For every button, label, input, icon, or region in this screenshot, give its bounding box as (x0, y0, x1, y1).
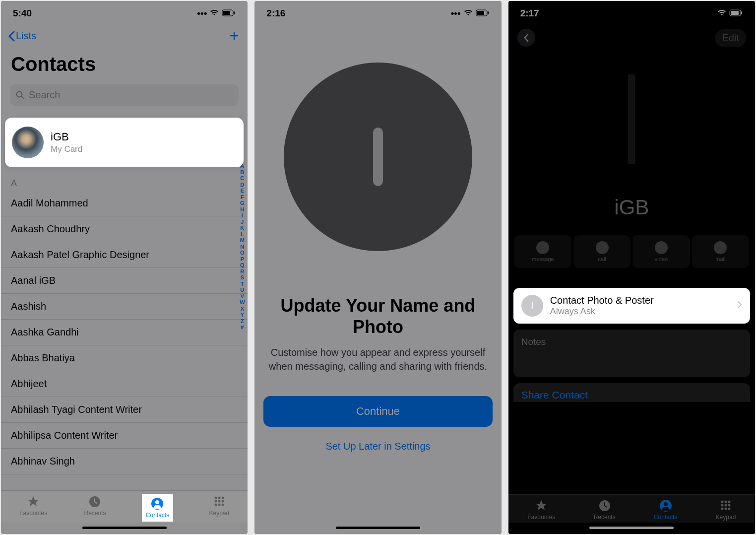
svg-point-10 (221, 497, 224, 499)
nav-header: Lists + (1, 23, 248, 49)
svg-point-29 (721, 504, 723, 507)
tab-contacts[interactable]: Contacts (143, 495, 172, 521)
contact-row[interactable]: Abhijeet (1, 371, 248, 397)
tab-favourites[interactable]: Favourites (527, 499, 555, 521)
video-button[interactable]: video (632, 235, 690, 268)
tab-keypad[interactable]: Keypad (209, 495, 229, 521)
contact-row[interactable]: Abhilash Tyagi Content Writer (1, 397, 248, 423)
mail-button[interactable]: mail (692, 235, 749, 268)
contact-name: iGB (614, 196, 649, 219)
svg-rect-19 (488, 11, 489, 14)
message-icon (536, 241, 549, 254)
add-contact-button[interactable]: + (230, 27, 241, 45)
share-contact-button[interactable]: Share Contact (513, 383, 750, 402)
clock-icon (88, 495, 102, 509)
tab-favourites[interactable]: Favourites (19, 495, 47, 521)
back-label: Lists (16, 30, 36, 42)
svg-point-13 (221, 500, 224, 503)
setup-later-link[interactable]: Set Up Later in Settings (254, 441, 501, 452)
search-icon (16, 91, 25, 100)
svg-point-28 (728, 501, 730, 503)
tab-recents[interactable]: Recents (594, 499, 616, 521)
chevron-left-icon (523, 33, 529, 42)
back-button[interactable]: Lists (8, 30, 36, 42)
contact-photo-poster-row[interactable]: I Contact Photo & Poster Always Ask (513, 288, 750, 324)
wifi-icon (210, 8, 219, 19)
battery-icon (476, 8, 490, 19)
cpp-title: Contact Photo & Poster (550, 295, 654, 306)
contact-detail-screen: 2:17 Edit iGB message call video mail I … (508, 1, 755, 534)
my-card[interactable]: iGB My Card (5, 118, 244, 167)
svg-point-31 (728, 504, 730, 507)
status-bar: 2:16 ••• (254, 1, 501, 23)
phone-icon (596, 241, 609, 254)
contact-row[interactable]: Abbas Bhatiya (1, 345, 248, 371)
person-icon (659, 499, 673, 513)
contacts-list[interactable]: Aadil Mohammed Aakash Choudhry Aakash Pa… (1, 191, 248, 474)
my-card-name: iGB (51, 131, 82, 143)
status-time: 5:40 (13, 8, 32, 19)
status-time: 2:16 (266, 8, 285, 19)
tab-keypad[interactable]: Keypad (716, 499, 736, 521)
page-title: Contacts (1, 49, 248, 79)
status-bar: 2:17 (508, 1, 755, 23)
contact-poster: iGB (508, 53, 755, 231)
contact-row[interactable]: Aashish (1, 294, 248, 320)
svg-point-16 (221, 504, 224, 506)
svg-point-9 (218, 497, 220, 499)
home-indicator[interactable] (82, 527, 167, 529)
chevron-left-icon (8, 31, 15, 42)
chevron-right-icon (737, 301, 742, 311)
svg-point-26 (721, 501, 723, 503)
svg-point-33 (724, 508, 727, 510)
poster-monogram-icon (628, 74, 635, 164)
contact-row[interactable]: Aakash Choudhry (1, 216, 248, 242)
my-card-sub: My Card (51, 144, 82, 154)
contact-row[interactable]: Aashka Gandhi (1, 320, 248, 345)
home-indicator[interactable] (336, 527, 420, 529)
wifi-icon (464, 8, 473, 19)
keypad-icon (719, 499, 733, 513)
update-description: Customise how you appear and express you… (263, 345, 492, 373)
monogram-avatar (284, 63, 472, 251)
contact-row[interactable]: Aadil Mohammed (1, 191, 248, 216)
wifi-icon (717, 8, 726, 19)
svg-point-34 (728, 508, 730, 510)
battery-icon (729, 8, 743, 19)
status-time: 2:17 (520, 8, 539, 19)
svg-rect-18 (477, 11, 484, 15)
message-button[interactable]: message (514, 235, 571, 268)
tab-recents[interactable]: Recents (84, 495, 106, 521)
contact-row[interactable]: Abhilipsa Content Writer (1, 423, 248, 449)
svg-point-25 (664, 502, 668, 506)
contact-row[interactable]: Aakash Patel Graphic Designer (1, 242, 248, 268)
update-name-photo-screen: 2:16 ••• Update Your Name and Photo Cust… (254, 1, 501, 534)
alpha-index[interactable]: ABCDEFGHIJKLMNOPQRSTUVWXYZ# (239, 163, 246, 331)
call-button[interactable]: call (573, 235, 630, 268)
contact-row[interactable]: Abhinav Singh (1, 449, 248, 474)
edit-button[interactable]: Edit (715, 29, 746, 47)
person-icon (150, 497, 164, 511)
svg-point-27 (724, 501, 727, 503)
contact-row[interactable]: Aanal iGB (1, 268, 248, 294)
continue-button[interactable]: Continue (263, 396, 492, 427)
back-button[interactable] (517, 29, 535, 47)
status-icons (717, 8, 743, 19)
action-buttons: message call video mail (508, 235, 755, 268)
svg-point-30 (724, 504, 727, 507)
notes-field[interactable]: Notes (513, 330, 750, 377)
svg-rect-2 (234, 11, 235, 14)
svg-rect-1 (223, 11, 230, 15)
search-input[interactable]: Search (10, 84, 239, 106)
battery-icon (222, 8, 236, 19)
mail-icon (714, 241, 727, 254)
svg-point-15 (218, 504, 220, 506)
update-title: Update Your Name and Photo (269, 295, 486, 337)
cpp-avatar: I (521, 295, 543, 317)
tab-contacts[interactable]: Contacts (654, 499, 677, 521)
svg-point-8 (214, 497, 217, 499)
svg-point-7 (155, 500, 159, 504)
signal-icon: ••• (451, 8, 461, 19)
home-indicator[interactable] (589, 527, 674, 529)
svg-line-4 (21, 96, 24, 99)
